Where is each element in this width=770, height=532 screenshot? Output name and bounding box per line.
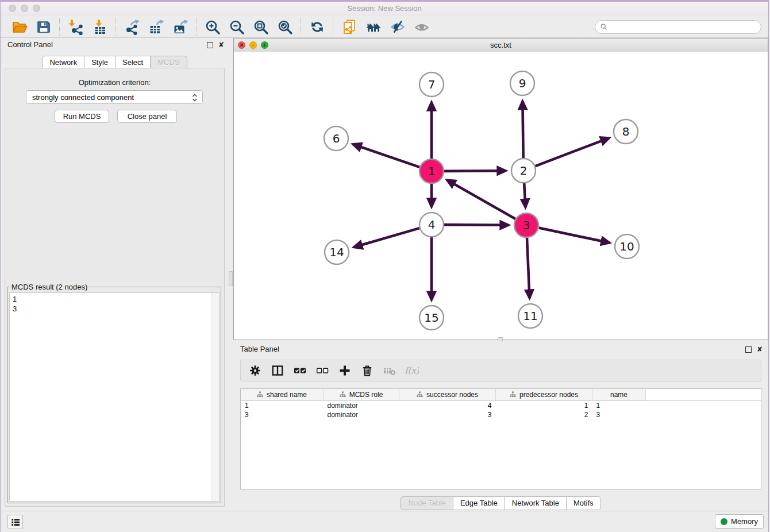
graph-edge-4-3[interactable] [444,225,509,225]
tab-motifs[interactable]: Motifs [567,496,601,510]
tab-network-table[interactable]: Network Table [505,496,567,510]
cell-successor-nodes: 3 [399,410,496,419]
column-header-name[interactable]: name [592,389,646,401]
graph-edge-3-10[interactable] [539,228,610,243]
mcds-result-values: 1 3 [13,295,17,313]
graph-node-4[interactable]: 4 [419,213,444,237]
window-titlebar: Session: New Session [1,0,768,16]
close-table-panel-icon[interactable]: ✘ [757,346,763,353]
application-window: Session: New Session Control Panel ✘ Net… [0,0,769,532]
column-header-predecessor-nodes[interactable]: predecessor nodes [496,389,592,401]
new-network-from-selection-icon[interactable] [341,18,358,36]
cell-name: 1 [592,401,646,411]
graph-edge-3-11[interactable] [527,238,530,298]
graph-node-14[interactable]: 14 [325,240,349,264]
save-session-icon[interactable] [35,18,52,36]
svg-text:2: 2 [520,164,528,178]
main-toolbar [1,16,768,38]
graph-node-1[interactable]: 1 [419,159,444,183]
column-tree-icon [510,391,516,399]
tab-edge-table[interactable]: Edge Table [453,496,505,510]
zoom-in-icon[interactable] [204,18,221,36]
svg-text:1: 1 [428,164,436,178]
result-scrollbar[interactable] [211,293,219,501]
graph-edge-1-2[interactable] [444,171,506,171]
export-image-icon[interactable] [172,18,189,36]
search-box[interactable] [595,20,761,34]
svg-text:4: 4 [428,218,436,232]
network-resize-grip[interactable] [498,337,503,341]
graph-node-7[interactable]: 7 [419,72,444,97]
float-panel-icon[interactable] [207,42,213,48]
open-session-folder-icon[interactable] [11,18,28,36]
float-table-panel-icon[interactable] [745,346,752,353]
graph-edge-2-8[interactable] [536,138,609,166]
graph-node-15[interactable]: 15 [419,306,444,330]
add-column-icon[interactable] [337,363,352,378]
column-header-MCDS-role[interactable]: MCDS role [324,389,399,401]
svg-text:f(x): f(x) [405,365,419,376]
splitter-grip[interactable] [229,271,233,286]
first-neighbors-icon[interactable] [365,18,382,36]
export-table-icon[interactable] [148,18,165,36]
zoom-selected-icon[interactable] [276,18,294,36]
column-tree-icon [340,391,346,399]
column-header-successor-nodes[interactable]: successor nodes [399,389,496,401]
table-panel-tabs: Node TableEdge TableNetwork TableMotifs [233,496,768,510]
mcds-result-textarea[interactable]: 1 3 [9,292,220,502]
network-canvas[interactable]: 7968124314101511 [234,52,768,340]
table-panel-header: Table Panel ✘ [233,342,768,356]
task-history-button[interactable] [7,515,23,529]
criterion-dropdown-value: strongly connected component [32,93,134,102]
tab-node-table[interactable]: Node Table [401,496,453,510]
table-header-row: shared nameMCDS rolesuccessor nodesprede… [241,389,761,401]
import-network-icon[interactable] [67,18,84,36]
vertical-splitter[interactable] [229,38,233,511]
deselect-all-checkboxes-icon[interactable] [315,363,330,378]
criterion-dropdown[interactable]: strongly connected component [26,90,203,104]
graph-edge-4-14[interactable] [354,228,419,247]
apply-layout-refresh-icon[interactable] [309,18,326,36]
split-panel-icon[interactable] [270,363,285,378]
zoom-fit-icon[interactable] [252,18,270,36]
cell-name: 3 [592,410,646,419]
network-graph: 7968124314101511 [234,52,768,339]
close-panel-icon[interactable]: ✘ [218,41,224,48]
graph-edge-3-1[interactable] [447,180,515,219]
graph-node-2[interactable]: 2 [511,159,536,183]
graph-node-8[interactable]: 8 [614,119,638,144]
import-table-icon[interactable] [91,18,109,36]
graph-node-6[interactable]: 6 [324,126,348,151]
table-settings-gear-icon[interactable] [248,363,263,378]
graph-edge-1-6[interactable] [353,144,419,167]
svg-text:9: 9 [519,76,526,90]
run-mcds-button[interactable]: Run MCDS [55,110,109,123]
right-workspace: ✕ − + scc.txt 7968124314101511 Table Pan… [233,38,768,511]
graph-node-9[interactable]: 9 [510,71,534,95]
svg-text:7: 7 [428,78,436,91]
mcds-result-legend: MCDS result (2 nodes) [10,283,88,291]
zoom-out-icon[interactable] [228,18,245,36]
show-all-icon [413,18,430,36]
graph-node-10[interactable]: 10 [615,234,639,259]
graph-node-11[interactable]: 11 [518,304,542,328]
export-network-icon[interactable] [124,18,141,36]
graph-edge-2-9[interactable] [522,101,523,158]
graph-edge-2-3[interactable] [524,183,525,207]
search-input[interactable] [611,22,756,32]
delete-column-icon[interactable] [360,363,375,378]
hide-selected-icon[interactable] [389,18,406,36]
list-icon [10,516,21,528]
select-all-checkboxes-icon[interactable] [292,363,307,378]
svg-text:8: 8 [622,125,630,138]
cell-MCDS-role: dominator [324,410,399,419]
column-header-shared-name[interactable]: shared name [241,389,324,401]
cell-filler [646,401,761,411]
graph-node-3[interactable]: 3 [514,213,538,237]
network-view-frame: ✕ − + scc.txt 7968124314101511 [233,38,768,340]
close-panel-button[interactable]: Close panel [117,110,177,123]
memory-button[interactable]: Memory [715,514,764,529]
svg-text:15: 15 [424,311,438,325]
table-row[interactable]: 1dominator411 [241,401,761,411]
table-row[interactable]: 3dominator323 [241,410,761,419]
